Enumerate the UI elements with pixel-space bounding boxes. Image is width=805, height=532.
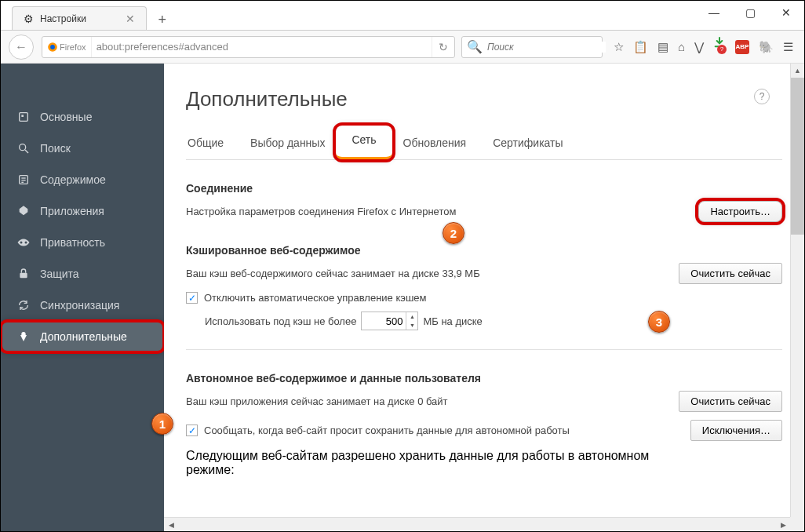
sidebar-item-applications[interactable]: Приложения bbox=[1, 195, 164, 227]
sidebar-item-search[interactable]: Поиск bbox=[1, 133, 164, 164]
sidebar-toggle-icon[interactable]: ▤ bbox=[657, 40, 668, 54]
svg-point-10 bbox=[20, 242, 23, 244]
sidebar-item-sync[interactable]: Синхронизация bbox=[1, 290, 164, 321]
spin-up-icon[interactable]: ▲ bbox=[406, 312, 417, 321]
gear-icon: ⚙ bbox=[24, 13, 34, 25]
library-icon[interactable]: 📋 bbox=[633, 40, 648, 54]
tab-certificates[interactable]: Сертификаты bbox=[491, 129, 564, 159]
sidebar-item-content[interactable]: Содержимое bbox=[1, 164, 164, 195]
offline-usage: Ваш кэш приложения сейчас занимает на ди… bbox=[186, 395, 679, 407]
page-title: Дополнительные bbox=[186, 87, 782, 111]
sidebar-label: Содержимое bbox=[40, 173, 106, 186]
lock-icon bbox=[15, 268, 32, 280]
scroll-corner bbox=[790, 517, 804, 531]
sidebar-item-security[interactable]: Защита bbox=[1, 258, 164, 290]
horizontal-scrollbar[interactable]: ◀ ▶ bbox=[164, 517, 790, 531]
firefox-identity-icon: Firefox bbox=[42, 37, 92, 57]
url-toolbar: ← Firefox ↻ 🔍 ☆ 📋 ▤ ⌂ ⋁ ? ABP 🐘 ☰ bbox=[1, 31, 804, 64]
svg-point-1 bbox=[50, 45, 55, 49]
sidebar-item-privacy[interactable]: Приватность bbox=[1, 227, 164, 258]
annotation-badge-3: 3 bbox=[648, 311, 670, 333]
connection-heading: Соединение bbox=[186, 182, 782, 195]
toolbar-icons: ☆ 📋 ▤ ⌂ ⋁ ? ABP 🐘 ☰ bbox=[614, 36, 793, 58]
preferences-sidebar: Основные Поиск Содержимое Приложения При… bbox=[1, 64, 164, 531]
menu-icon[interactable]: ☰ bbox=[783, 40, 793, 54]
search-bar[interactable]: 🔍 bbox=[461, 36, 603, 58]
svg-point-11 bbox=[25, 242, 27, 244]
sidebar-label: Приватность bbox=[40, 236, 105, 249]
clear-offline-button[interactable]: Очистить сейчас bbox=[679, 391, 782, 412]
general-icon bbox=[15, 111, 32, 123]
cached-heading: Кэшированное веб-содержимое bbox=[186, 244, 782, 257]
browser-tab[interactable]: ⚙ Настройки ✕ bbox=[12, 6, 147, 30]
extension-icon[interactable]: 🐘 bbox=[759, 40, 774, 54]
content-icon bbox=[15, 173, 32, 186]
sidebar-item-general[interactable]: Основные bbox=[1, 101, 164, 133]
reload-icon[interactable]: ↻ bbox=[432, 37, 454, 57]
sidebar-item-advanced[interactable]: Дополнительные bbox=[1, 321, 164, 352]
titlebar: ⚙ Настройки ✕ + — ▢ ✕ bbox=[1, 1, 804, 31]
exceptions-button[interactable]: Исключения… bbox=[690, 420, 782, 441]
connection-section: Соединение Настройка параметров соединен… bbox=[186, 182, 782, 222]
scroll-left-icon[interactable]: ◀ bbox=[164, 518, 178, 531]
annotation-badge-1: 1 bbox=[151, 413, 173, 435]
new-tab-button[interactable]: + bbox=[151, 9, 173, 30]
separator bbox=[186, 349, 782, 350]
home-icon[interactable]: ⌂ bbox=[678, 40, 685, 53]
sidebar-label: Защита bbox=[40, 268, 79, 280]
window-controls: — ▢ ✕ bbox=[696, 1, 804, 24]
scroll-thumb[interactable] bbox=[791, 78, 804, 235]
cached-section: Кэшированное веб-содержимое Ваш кэш веб-… bbox=[186, 244, 782, 330]
tab-general[interactable]: Общие bbox=[186, 129, 225, 159]
minimize-button[interactable]: — bbox=[696, 1, 732, 24]
tab-data-choices[interactable]: Выбор данных bbox=[249, 129, 326, 159]
offline-notify-label: Сообщать, когда веб-сайт просит сохранит… bbox=[204, 425, 570, 436]
adblock-icon[interactable]: ABP bbox=[735, 40, 749, 54]
search-nav-icon bbox=[15, 142, 32, 155]
url-input[interactable] bbox=[92, 41, 432, 53]
preferences-panel: Дополнительные ? Общие Выбор данных Сеть… bbox=[164, 64, 804, 531]
sidebar-label: Основные bbox=[40, 111, 92, 123]
clear-cache-button[interactable]: Очистить сейчас bbox=[679, 263, 782, 284]
bookmark-star-icon[interactable]: ☆ bbox=[614, 40, 624, 54]
offline-heading: Автономное веб-содержимое и данные польз… bbox=[186, 372, 782, 384]
sidebar-label: Поиск bbox=[40, 142, 71, 155]
sidebar-label: Дополнительные bbox=[40, 330, 127, 343]
search-input[interactable] bbox=[487, 42, 606, 53]
svg-line-5 bbox=[25, 150, 28, 153]
download-icon[interactable]: ? bbox=[713, 36, 726, 58]
pocket-icon[interactable]: ⋁ bbox=[694, 40, 704, 54]
sync-icon bbox=[15, 299, 32, 312]
override-cache-checkbox[interactable]: ✓ bbox=[186, 292, 198, 304]
tab-close-icon[interactable]: ✕ bbox=[126, 13, 135, 25]
cache-limit-field[interactable]: ▲▼ bbox=[361, 312, 418, 330]
cache-limit-prefix: Использовать под кэш не более bbox=[205, 315, 356, 327]
search-icon: 🔍 bbox=[462, 39, 487, 54]
vertical-scrollbar[interactable]: ▲ bbox=[790, 64, 804, 517]
configure-button[interactable]: Настроить… bbox=[698, 201, 782, 222]
scroll-up-icon[interactable]: ▲ bbox=[791, 64, 804, 78]
tab-network[interactable]: Сеть bbox=[336, 126, 392, 159]
sidebar-label: Синхронизация bbox=[40, 299, 119, 312]
content-area: Основные Поиск Содержимое Приложения При… bbox=[1, 64, 804, 531]
svg-rect-12 bbox=[20, 273, 27, 279]
offline-notify-checkbox[interactable]: ✓ bbox=[186, 425, 198, 436]
cache-limit-input[interactable] bbox=[362, 315, 406, 327]
advanced-tabs: Общие Выбор данных Сеть Обновления Серти… bbox=[186, 129, 782, 160]
help-icon[interactable]: ? bbox=[754, 89, 770, 104]
scroll-right-icon[interactable]: ▶ bbox=[776, 518, 790, 531]
svg-rect-3 bbox=[21, 115, 24, 117]
address-bar[interactable]: Firefox ↻ bbox=[42, 36, 455, 58]
back-button[interactable]: ← bbox=[9, 35, 34, 60]
privacy-icon bbox=[15, 238, 32, 247]
override-label: Отключить автоматическое управление кэше… bbox=[204, 292, 427, 304]
svg-point-4 bbox=[20, 144, 26, 151]
spin-down-icon[interactable]: ▼ bbox=[406, 321, 417, 330]
offline-section: Автономное веб-содержимое и данные польз… bbox=[186, 372, 782, 477]
tab-updates[interactable]: Обновления bbox=[402, 129, 468, 159]
apps-icon bbox=[15, 205, 32, 217]
sidebar-label: Приложения bbox=[40, 205, 104, 217]
maximize-button[interactable]: ▢ bbox=[732, 1, 768, 24]
close-window-button[interactable]: ✕ bbox=[768, 1, 804, 24]
cache-limit-suffix: МБ на диске bbox=[423, 315, 482, 327]
